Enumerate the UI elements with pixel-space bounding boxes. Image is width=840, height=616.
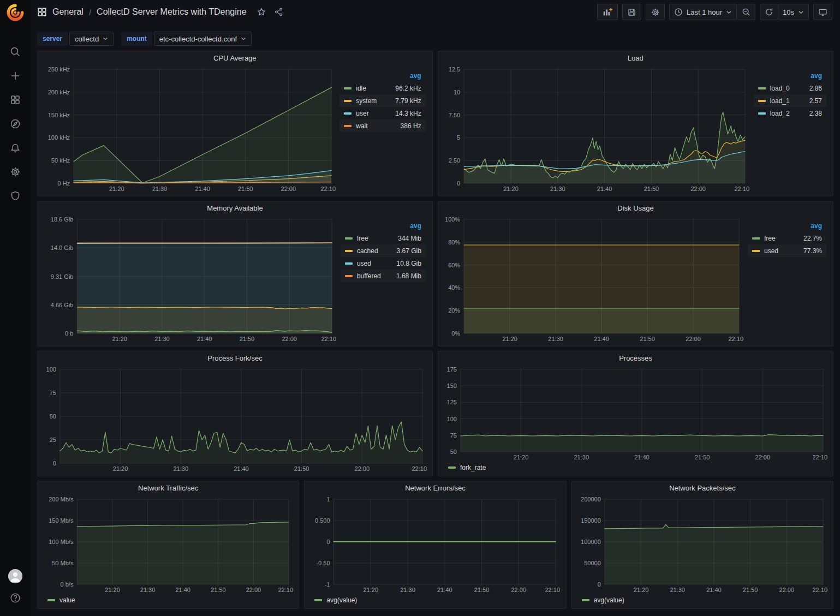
legend-value: 2.38 xyxy=(801,110,822,117)
svg-text:21:50: 21:50 xyxy=(294,465,309,472)
user-avatar[interactable] xyxy=(8,569,22,583)
refresh-interval-picker[interactable]: 10s xyxy=(778,4,809,20)
svg-text:100: 100 xyxy=(447,416,457,422)
svg-text:150 kHz: 150 kHz xyxy=(48,112,70,118)
breadcrumb-folder[interactable]: General xyxy=(52,7,84,17)
legend-label[interactable]: buffered xyxy=(357,272,388,280)
variable-server-select[interactable]: collectd xyxy=(69,32,114,46)
panel-title[interactable]: Network Traffic/sec xyxy=(38,481,299,495)
explore-compass-icon[interactable] xyxy=(5,116,25,132)
legend-value: 96.2 kHz xyxy=(386,85,421,92)
help-question-icon[interactable] xyxy=(5,590,25,606)
sidebar xyxy=(0,0,31,616)
svg-text:60%: 60% xyxy=(448,262,460,268)
refresh-button[interactable] xyxy=(760,4,778,20)
svg-text:21:40: 21:40 xyxy=(706,587,722,593)
panel-title[interactable]: Disk Usage xyxy=(438,201,833,216)
svg-text:21:50: 21:50 xyxy=(742,587,758,593)
panel-title[interactable]: Processes xyxy=(438,351,833,366)
add-panel-button[interactable] xyxy=(597,4,618,20)
panel-network-traffic: Network Traffic/sec 0 b/s50 Mb/s100 Mb/s… xyxy=(37,481,299,609)
legend-item[interactable]: fork_rate xyxy=(448,464,486,471)
legend-item[interactable]: wait386 Hz xyxy=(339,119,425,132)
time-range-picker[interactable]: Last 1 hour xyxy=(669,4,737,20)
legend-avg-header[interactable]: avg xyxy=(341,222,426,232)
panel-title[interactable]: Process Fork/sec xyxy=(38,351,432,366)
legend-swatch-icon xyxy=(47,599,55,601)
configuration-gear-icon[interactable] xyxy=(5,164,25,180)
panel-title[interactable]: Memory Available xyxy=(38,201,432,216)
legend-item[interactable]: free344 Mib xyxy=(341,232,426,244)
legend-item[interactable]: system7.79 kHz xyxy=(339,94,425,107)
dashboards-grid-icon[interactable] xyxy=(5,92,25,108)
zoom-out-button[interactable] xyxy=(737,4,755,20)
panel-title[interactable]: Load xyxy=(438,51,833,65)
legend-label[interactable]: fork_rate xyxy=(460,464,486,471)
dashboards-grid-icon[interactable] xyxy=(37,7,47,17)
alerting-bell-icon[interactable] xyxy=(5,140,25,156)
svg-text:0.500: 0.500 xyxy=(315,517,330,524)
star-icon[interactable] xyxy=(257,7,266,17)
legend-label[interactable]: free xyxy=(764,235,795,242)
legend-label[interactable]: avg(value) xyxy=(326,596,357,604)
search-icon[interactable] xyxy=(5,44,25,60)
svg-text:9.31 Gib: 9.31 Gib xyxy=(51,273,74,280)
svg-text:21:30: 21:30 xyxy=(670,587,685,593)
svg-text:50 Mb/s: 50 Mb/s xyxy=(52,560,74,566)
legend-label[interactable]: used xyxy=(764,247,795,255)
legend-avg-header[interactable]: avg xyxy=(748,222,826,232)
svg-text:21:20: 21:20 xyxy=(502,336,517,342)
panel-title[interactable]: Network Packets/sec xyxy=(572,481,833,495)
page-title[interactable]: CollectD Server Metrics with TDengine xyxy=(97,7,246,17)
svg-text:150: 150 xyxy=(447,382,457,389)
legend-label[interactable]: user xyxy=(356,110,386,117)
svg-text:0 b: 0 b xyxy=(65,330,73,337)
save-icon xyxy=(627,8,636,17)
legend-value: 14.3 kHz xyxy=(386,110,421,117)
legend-label[interactable]: free xyxy=(357,235,388,242)
share-icon[interactable] xyxy=(274,7,284,17)
legend-label[interactable]: used xyxy=(357,260,388,267)
legend-item[interactable]: used10.8 Gib xyxy=(341,257,426,270)
panel-title[interactable]: CPU Average xyxy=(38,51,432,65)
svg-text:75: 75 xyxy=(450,432,457,439)
legend-item[interactable]: cached3.67 Gib xyxy=(341,244,426,257)
legend-label[interactable]: load_0 xyxy=(770,85,801,92)
legend-label[interactable]: load_2 xyxy=(770,110,801,117)
legend-item[interactable]: free22.7% xyxy=(748,232,826,244)
variable-mount-select[interactable]: etc-collectd-collectd.conf xyxy=(154,32,252,46)
legend-item[interactable]: user14.3 kHz xyxy=(339,107,425,119)
legend-avg-header[interactable]: avg xyxy=(754,72,826,82)
legend-item[interactable]: buffered1.68 Mib xyxy=(341,270,426,282)
legend-item[interactable]: used77.3% xyxy=(748,244,826,257)
chevron-down-icon xyxy=(241,36,246,41)
legend-item[interactable]: load_12.57 xyxy=(754,94,826,107)
legend-item[interactable]: load_22.38 xyxy=(754,107,826,119)
legend-label[interactable]: value xyxy=(59,596,75,604)
legend-label[interactable]: system xyxy=(356,97,386,105)
legend-label[interactable]: cached xyxy=(357,247,388,255)
dashboard-settings-button[interactable] xyxy=(646,4,665,20)
grafana-logo-icon[interactable] xyxy=(6,3,25,22)
legend-item[interactable]: avg(value) xyxy=(582,596,624,604)
svg-text:7.50: 7.50 xyxy=(448,112,460,118)
legend-item[interactable]: idle96.2 kHz xyxy=(339,82,425,94)
legend-item[interactable]: value xyxy=(47,596,75,604)
legend-item[interactable]: load_02.86 xyxy=(754,82,826,94)
create-plus-icon[interactable] xyxy=(5,68,25,84)
panel-title[interactable]: Network Errors/sec xyxy=(305,481,565,495)
process-fork-chart: 025507510021:2021:3021:4021:5022:0022:10 xyxy=(42,366,428,474)
legend-item[interactable]: avg(value) xyxy=(314,596,357,604)
legend-label[interactable]: wait xyxy=(356,122,386,130)
legend-avg-header[interactable]: avg xyxy=(339,72,425,82)
svg-text:10: 10 xyxy=(454,89,460,95)
legend-label[interactable]: idle xyxy=(356,85,386,92)
server-admin-shield-icon[interactable] xyxy=(5,188,25,204)
kiosk-mode-button[interactable] xyxy=(813,4,832,20)
svg-text:0 Hz: 0 Hz xyxy=(57,180,70,187)
legend-label[interactable]: avg(value) xyxy=(594,596,624,604)
legend-label[interactable]: load_1 xyxy=(770,97,801,105)
svg-text:18.6 Gib: 18.6 Gib xyxy=(51,216,74,223)
svg-text:12.5: 12.5 xyxy=(448,66,460,73)
save-dashboard-button[interactable] xyxy=(622,4,641,20)
